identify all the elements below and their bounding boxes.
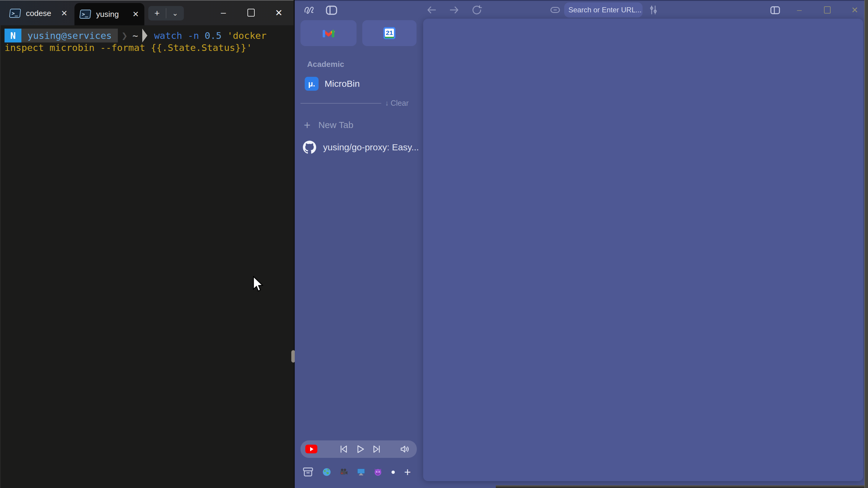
tab-title: MicroBin [324, 78, 360, 89]
command-value: 0.5 [205, 30, 221, 41]
next-track-button[interactable] [372, 444, 382, 455]
terminal-maximize-button[interactable] [241, 0, 261, 25]
calendar-date: 21 [385, 29, 394, 37]
workspace-archive-icon[interactable] [301, 465, 315, 479]
command-flag: -n [182, 30, 205, 41]
terminal-prompt: N yusing@services ❯ ~ watch -n 0.5 'dock… [4, 28, 267, 43]
browser-window: Search or Enter URL... – ✕ [295, 0, 868, 488]
back-button[interactable] [425, 3, 438, 17]
tab-close-icon[interactable]: ✕ [132, 10, 139, 19]
command-text: watch -n 0.5 'docker [154, 30, 267, 41]
forward-button[interactable] [447, 3, 461, 17]
workspace-devil-icon[interactable] [371, 465, 384, 479]
terminal-window: >_ codese ✕ >_ yusing ✕ + ⌄ – ✕ N yusing… [0, 0, 293, 488]
maximize-icon [824, 6, 831, 13]
settings-sliders-icon[interactable] [647, 4, 660, 16]
prompt-cwd: ~ [132, 30, 138, 41]
plus-icon[interactable]: + [148, 8, 166, 19]
chevron-down-icon[interactable]: ⌄ [166, 9, 184, 18]
url-placeholder: Search or Enter URL... [568, 6, 642, 14]
workspace-globe-icon[interactable] [320, 465, 333, 479]
play-button[interactable] [355, 444, 366, 455]
split-view-icon[interactable] [768, 4, 782, 17]
terminal-new-tab-button[interactable]: + ⌄ [148, 6, 184, 21]
terminal-tab-codese[interactable]: >_ codese ✕ [4, 4, 73, 23]
github-icon [303, 140, 316, 154]
sidebar-tab-microbin[interactable]: μ. MicroBin [301, 74, 411, 93]
browser-minimize-button[interactable]: – [792, 2, 807, 18]
workspace-section-label: Academic [307, 60, 344, 69]
browser-new-tab-button[interactable]: + New Tab [304, 118, 353, 133]
browser-close-button[interactable]: ✕ [847, 2, 862, 18]
url-bar[interactable]: Search or Enter URL... [564, 2, 643, 18]
zen-logo-icon[interactable] [303, 4, 316, 17]
powershell-icon: >_ [79, 10, 91, 19]
tab-title: yusing [96, 10, 119, 19]
mouse-cursor [252, 276, 264, 294]
screen: >_ codese ✕ >_ yusing ✕ + ⌄ – ✕ N yusing… [0, 0, 868, 488]
workspace-camera-icon[interactable] [337, 465, 350, 479]
powershell-icon: >_ [9, 9, 21, 18]
screen-right-edge [864, 0, 868, 488]
link-icon[interactable] [549, 4, 562, 15]
browser-maximize-button[interactable] [820, 2, 835, 18]
tab-close-icon[interactable]: ✕ [61, 9, 67, 18]
command-arg: 'docker [221, 30, 267, 41]
plus-icon: + [304, 119, 310, 131]
pinned-tab-gmail[interactable] [301, 20, 356, 46]
command-text-line2: inspect microbin --format {{.State.Statu… [4, 42, 252, 53]
gmail-icon [322, 28, 335, 38]
sidebar-toggle-icon[interactable] [325, 4, 338, 16]
prompt-chevron: ❯ [121, 30, 127, 41]
youtube-icon[interactable] [305, 445, 317, 453]
dot-icon [392, 470, 395, 474]
reload-button[interactable] [470, 3, 484, 17]
sidebar-tab-github[interactable]: yusing/go-proxy: Easy... [303, 138, 419, 156]
tab-title: yusing/go-proxy: Easy... [323, 142, 419, 153]
google-calendar-icon: 21 [383, 27, 396, 39]
clear-label: Clear [391, 99, 409, 107]
screen-bottom-edge [496, 485, 864, 488]
terminal-close-button[interactable]: ✕ [269, 0, 289, 25]
terminal-minimize-button[interactable]: – [213, 0, 233, 25]
prompt-os-badge: N [4, 29, 22, 42]
youtube-play-triangle [310, 447, 313, 451]
down-arrow-icon: ↓ [385, 99, 389, 107]
pinned-tab-google-calendar[interactable]: 21 [362, 20, 416, 46]
media-player [301, 441, 417, 458]
microbin-favicon: μ. [305, 77, 318, 91]
clear-tabs-button[interactable]: ↓ Clear [385, 98, 409, 108]
new-tab-label: New Tab [318, 120, 353, 130]
maximize-icon [247, 9, 255, 17]
tabs-divider [301, 103, 381, 104]
terminal-tab-bar: >_ codese ✕ >_ yusing ✕ + ⌄ – ✕ [0, 0, 293, 25]
workspace-monitor-icon[interactable] [354, 465, 368, 479]
previous-track-button[interactable] [338, 444, 349, 455]
workspace-dot-indicator[interactable] [386, 465, 400, 479]
add-workspace-button[interactable]: + [401, 465, 414, 479]
volume-icon[interactable] [399, 444, 410, 455]
calendar-accent [385, 37, 394, 38]
terminal-tab-yusing[interactable]: >_ yusing ✕ [74, 3, 144, 25]
tab-title: codese [26, 9, 51, 18]
command-keyword: watch [154, 30, 182, 41]
web-content-area[interactable] [423, 19, 863, 481]
prompt-arrow-icon [142, 29, 147, 42]
prompt-user-host: yusing@services [22, 29, 118, 42]
